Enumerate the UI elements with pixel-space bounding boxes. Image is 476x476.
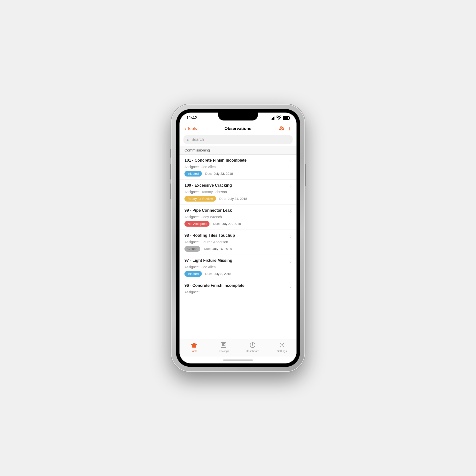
- due-label: Due:: [205, 172, 212, 176]
- status-badge: Initiated: [184, 271, 202, 277]
- assignee-name: Lauren Anderson: [202, 240, 228, 244]
- obs-item-header: 98 - Roofing Tiles Touchup ›: [184, 233, 292, 239]
- chevron-right-icon: ›: [290, 234, 292, 239]
- battery-icon: [283, 116, 290, 120]
- due-date: July 8, 2018: [214, 272, 231, 276]
- obs-assignee: Assignee: Lauren Anderson: [184, 240, 292, 244]
- add-button[interactable]: +: [288, 125, 292, 132]
- back-chevron-icon: ‹: [184, 126, 186, 131]
- due-label: Due:: [205, 272, 212, 276]
- phone-screen-container: 11:42 ‹: [176, 109, 300, 367]
- observation-item-97[interactable]: 97 - Light Fixture Missing › Assignee: J…: [179, 255, 297, 280]
- due-date: July 23, 2018: [214, 172, 233, 176]
- observation-item-98[interactable]: 98 - Roofing Tiles Touchup › Assignee: L…: [179, 230, 297, 255]
- svg-point-5: [280, 129, 282, 130]
- due-label: Due:: [213, 222, 220, 226]
- section-header-label: Commissioning: [184, 148, 210, 152]
- obs-title: 101 - Concrete Finish Incomplete: [184, 158, 290, 163]
- search-bar[interactable]: ⌕ Search: [183, 135, 293, 144]
- obs-title: 97 - Light Fixture Missing: [184, 258, 290, 263]
- dashboard-icon: [249, 342, 256, 349]
- assignee-label: Assignee:: [184, 265, 200, 269]
- obs-due: Due: July 21, 2018: [219, 197, 247, 201]
- obs-assignee: Assignee: Joe Allen: [184, 265, 292, 269]
- due-date: July 16, 2018: [212, 247, 232, 251]
- obs-footer: Initiated Due: July 23, 2018: [184, 171, 292, 177]
- chevron-right-icon: ›: [290, 184, 292, 189]
- obs-due: Due: July 8, 2018: [205, 272, 231, 276]
- obs-footer: Not Accepted Due: July 27, 2018: [184, 221, 292, 227]
- notch: [218, 113, 258, 120]
- navigation-bar: ‹ Tools Observations: [179, 123, 297, 134]
- tab-drawings[interactable]: Drawings: [215, 342, 232, 353]
- home-indicator: [179, 357, 297, 363]
- observations-list: 101 - Concrete Finish Incomplete › Assig…: [179, 155, 297, 339]
- due-label: Due:: [204, 247, 210, 251]
- tab-settings-label: Settings: [277, 350, 287, 353]
- signal-icon: [271, 116, 275, 120]
- chevron-right-icon: ›: [290, 159, 292, 164]
- obs-footer: Closed Due: July 16, 2018: [184, 246, 292, 252]
- obs-footer: Initiated Due: July 8, 2018: [184, 271, 292, 277]
- sliders-icon: [279, 126, 284, 130]
- nav-title: Observations: [224, 126, 251, 131]
- observation-item-101[interactable]: 101 - Concrete Finish Incomplete › Assig…: [179, 155, 297, 180]
- observation-item-96[interactable]: 96 - Concrete Finish Incomplete › Assign…: [179, 280, 297, 296]
- tab-dashboard-label: Dashboard: [246, 350, 259, 353]
- assignee-label: Assignee:: [184, 290, 200, 294]
- obs-item-header: 99 - Pipe Connector Leak ›: [184, 208, 292, 214]
- obs-title: 98 - Roofing Tiles Touchup: [184, 233, 290, 238]
- back-label: Tools: [187, 126, 197, 131]
- obs-title: 99 - Pipe Connector Leak: [184, 208, 290, 213]
- phone-screen: 11:42 ‹: [179, 113, 297, 363]
- due-date: July 21, 2018: [228, 197, 247, 201]
- settings-icon: [278, 342, 285, 349]
- svg-point-3: [282, 127, 283, 129]
- obs-title: 100 - Excessive Cracking: [184, 183, 290, 188]
- toolbox-icon: [191, 342, 198, 349]
- svg-rect-12: [222, 344, 224, 345]
- due-date: July 27, 2018: [222, 222, 241, 226]
- chevron-right-icon: ›: [290, 259, 292, 264]
- tab-bar: Tools Drawings: [179, 339, 297, 357]
- obs-due: Due: July 27, 2018: [213, 222, 241, 226]
- status-time: 11:42: [186, 116, 197, 120]
- tab-dashboard[interactable]: Dashboard: [244, 342, 261, 353]
- filter-button[interactable]: [279, 126, 284, 131]
- obs-item-header: 97 - Light Fixture Missing ›: [184, 258, 292, 264]
- assignee-name: Tammy Johnson: [202, 190, 227, 194]
- observation-item-99[interactable]: 99 - Pipe Connector Leak › Assignee: Joe…: [179, 205, 297, 230]
- tab-settings[interactable]: Settings: [273, 342, 291, 353]
- status-badge: Closed: [184, 246, 200, 252]
- assignee-name: Joey Wrench: [202, 215, 222, 219]
- tab-tools[interactable]: Tools: [185, 342, 203, 353]
- observation-item-100[interactable]: 100 - Excessive Cracking › Assignee: Tam…: [179, 180, 297, 205]
- svg-rect-11: [222, 343, 225, 344]
- status-badge: Not Accepted: [184, 221, 209, 227]
- phone-device: 11:42 ‹: [171, 104, 305, 372]
- obs-due: Due: July 16, 2018: [204, 247, 232, 251]
- status-badge: Ready for Review: [184, 196, 216, 202]
- obs-footer: Ready for Review Due: July 21, 2018: [184, 196, 292, 202]
- assignee-label: Assignee:: [184, 240, 200, 244]
- section-header: Commissioning: [179, 146, 297, 155]
- tab-drawings-label: Drawings: [218, 350, 229, 353]
- obs-assignee: Assignee: Tammy Johnson: [184, 190, 292, 194]
- svg-rect-13: [222, 345, 225, 346]
- chevron-right-icon: ›: [290, 284, 292, 289]
- svg-point-1: [280, 126, 281, 128]
- svg-point-17: [252, 345, 253, 346]
- drawings-icon: [220, 342, 227, 349]
- chevron-right-icon: ›: [290, 209, 292, 214]
- search-icon: ⌕: [187, 137, 189, 142]
- assignee-name: Joe Allen: [202, 165, 216, 169]
- obs-item-header: 101 - Concrete Finish Incomplete ›: [184, 158, 292, 164]
- assignee-label: Assignee:: [184, 215, 200, 219]
- svg-point-18: [281, 344, 283, 346]
- status-icons: [271, 116, 290, 120]
- battery-fill: [283, 117, 288, 119]
- nav-actions: +: [279, 125, 292, 132]
- back-button[interactable]: ‹ Tools: [184, 126, 197, 131]
- search-placeholder: Search: [191, 137, 204, 142]
- status-badge: Initiated: [184, 171, 202, 177]
